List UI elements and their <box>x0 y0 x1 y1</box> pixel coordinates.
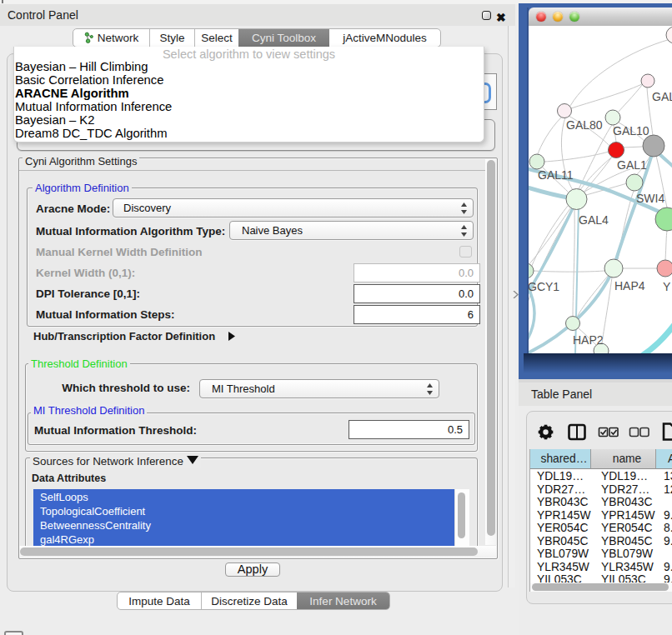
svg-text:GAL80: GAL80 <box>566 118 603 132</box>
svg-text:GAL: GAL <box>652 90 672 103</box>
svg-text:Y: Y <box>663 280 671 293</box>
svg-text:SWI4: SWI4 <box>636 192 664 205</box>
svg-text:GCY1: GCY1 <box>529 280 559 293</box>
svg-text:GAL10: GAL10 <box>613 124 649 138</box>
svg-text:GAL1: GAL1 <box>617 158 647 172</box>
svg-text:HAP2: HAP2 <box>573 333 604 347</box>
svg-text:HAP4: HAP4 <box>614 279 645 292</box>
svg-text:GAL4: GAL4 <box>579 213 609 227</box>
svg-text:GAL11: GAL11 <box>538 168 574 182</box>
